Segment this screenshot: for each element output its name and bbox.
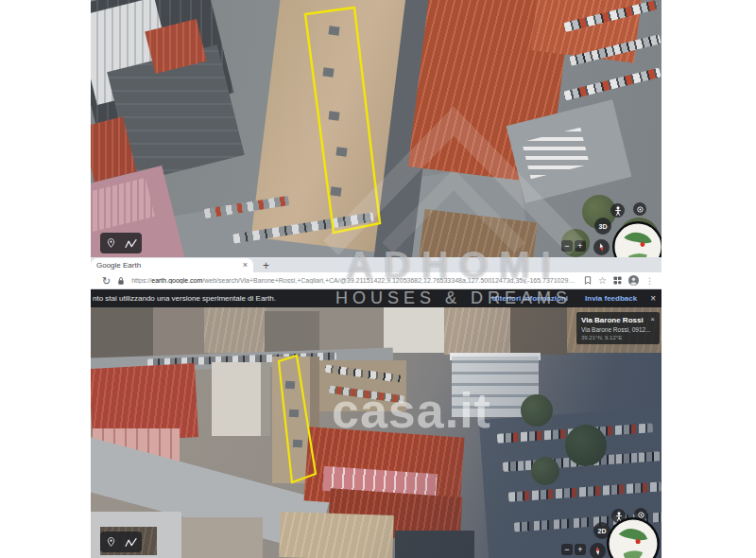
my-location-button[interactable] [633, 202, 646, 216]
content-column: − + 3D Google Earth × + [91, 0, 662, 558]
earth-globe-icon [612, 221, 662, 257]
card-close-icon[interactable]: × [650, 316, 655, 323]
zoom-out-button[interactable]: − [561, 544, 573, 555]
reload-icon[interactable]: ↻ [102, 276, 111, 286]
place-title: Via Barone Rossi [581, 316, 650, 324]
notice-message: nto stai utilizzando una versione sperim… [93, 294, 276, 303]
earth-3d-viewport[interactable]: − + 3D [91, 0, 662, 257]
overflow-menu-icon[interactable]: ⋮ [645, 276, 654, 286]
compass[interactable] [590, 543, 606, 558]
compass-needle-icon [595, 241, 608, 253]
earth-globe-icon [607, 517, 660, 558]
satellite-imagery [91, 307, 662, 558]
add-placemark-icon[interactable] [106, 536, 116, 548]
save-bookmark-icon[interactable] [584, 276, 592, 285]
globe-overview[interactable] [612, 221, 662, 257]
zoom-in-button[interactable]: + [575, 240, 586, 252]
earth-tools [100, 532, 142, 552]
tab-google-earth[interactable]: Google Earth × [91, 258, 253, 272]
mode-3d-button[interactable]: 3D [594, 218, 611, 235]
compass-needle-icon [592, 545, 603, 556]
zoom-in-button[interactable]: + [575, 544, 586, 555]
zoom-out-button[interactable]: − [561, 240, 573, 252]
tab-title: Google Earth [96, 261, 243, 270]
satellite-imagery [91, 0, 662, 257]
star-icon[interactable]: ☆ [598, 276, 607, 286]
lock-icon[interactable] [117, 276, 125, 286]
add-placemark-icon[interactable] [106, 237, 116, 249]
measure-icon[interactable] [125, 537, 137, 548]
target-icon [636, 205, 644, 214]
screenshot-root: − + 3D Google Earth × + [0, 0, 756, 558]
learn-more-link[interactable]: Ulteriori informazioni [492, 294, 568, 303]
tab-close-icon[interactable]: × [243, 261, 248, 270]
extensions-icon[interactable] [613, 276, 622, 285]
send-feedback-link[interactable]: Invia feedback [585, 294, 637, 303]
browser-tab-bar: Google Earth × + [91, 257, 662, 272]
compass[interactable] [593, 239, 610, 255]
browser-address-bar: ↻ https://earth.google.com/web/search/Vi… [91, 272, 662, 289]
place-address: Via Barone Rossi, 0912... [581, 326, 655, 333]
url-text[interactable]: https://earth.google.com/web/search/Via+… [131, 277, 577, 284]
experimental-notice-bar: nto stai utilizzando una versione sperim… [91, 289, 662, 307]
notice-close-icon[interactable]: × [650, 294, 656, 304]
globe-overview[interactable] [607, 517, 660, 558]
place-info-card: Via Barone Rossi × Via Barone Rossi, 091… [576, 312, 660, 344]
place-coordinates: 39.21°N, 9.12°E [581, 335, 655, 340]
profile-avatar[interactable] [628, 275, 639, 286]
new-tab-button[interactable]: + [263, 260, 269, 271]
earth-tools [100, 233, 142, 253]
pegman-button[interactable] [610, 203, 625, 218]
earth-2d-viewport[interactable]: Via Barone Rossi × Via Barone Rossi, 091… [91, 307, 662, 558]
pegman-icon [614, 206, 622, 216]
measure-icon[interactable] [125, 238, 137, 249]
